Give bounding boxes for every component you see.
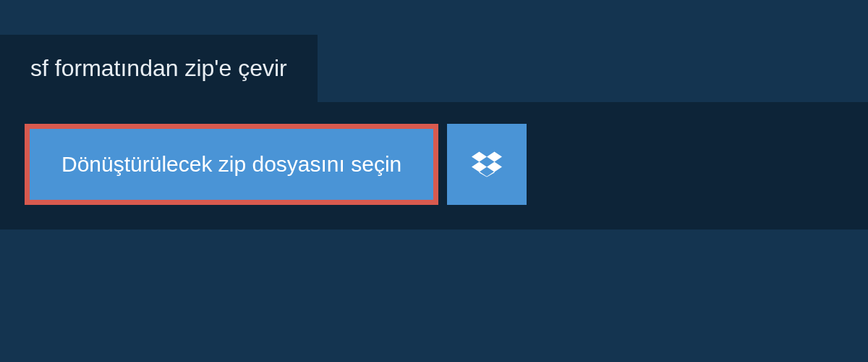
- dropbox-button[interactable]: [447, 124, 527, 205]
- dropbox-icon: [472, 149, 502, 180]
- select-file-button[interactable]: Dönüştürülecek zip dosyasını seçin: [25, 124, 438, 205]
- select-file-label: Dönüştürülecek zip dosyasını seçin: [61, 152, 401, 177]
- button-row: Dönüştürülecek zip dosyasını seçin: [25, 124, 843, 205]
- conversion-panel: Dönüştürülecek zip dosyasını seçin: [0, 102, 868, 230]
- tab-convert[interactable]: sf formatından zip'e çevir: [0, 35, 318, 102]
- tab-label: sf formatından zip'e çevir: [30, 55, 287, 81]
- tab-container: sf formatından zip'e çevir Dönüştürülece…: [0, 35, 868, 230]
